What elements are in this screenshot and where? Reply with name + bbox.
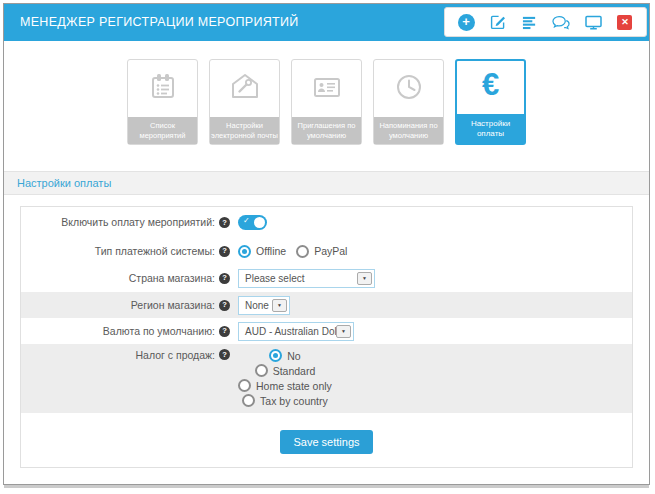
tab-email-settings[interactable]: Настройки электронной почты bbox=[209, 59, 280, 145]
chevron-down-icon: ▼ bbox=[336, 325, 351, 338]
shop-country-select[interactable]: Please select ▼ bbox=[238, 269, 375, 288]
edit-button[interactable] bbox=[489, 13, 507, 31]
radio-label: PayPal bbox=[314, 245, 347, 257]
close-icon: ✕ bbox=[617, 15, 632, 30]
tab-payment-settings[interactable]: € Настройки оплаты bbox=[455, 59, 526, 145]
default-currency-row: Валюта по умолчанию: ? AUD - Australian … bbox=[21, 318, 632, 344]
radio-tax-standard[interactable]: Standard bbox=[255, 364, 316, 377]
enable-payment-toggle[interactable]: ✓ bbox=[238, 215, 267, 230]
select-value: AUD - Australian Dollar bbox=[245, 326, 348, 337]
tab-default-invitations[interactable]: Приглашения по умолчанию bbox=[291, 59, 362, 145]
clock-icon bbox=[393, 71, 425, 103]
sales-tax-label: Налог с продаж: bbox=[21, 349, 215, 362]
envelope-settings-icon bbox=[229, 71, 261, 103]
titlebar: МЕНЕДЖЕР РЕГИСТРАЦИИ МЕРОПРИЯТИЙ + bbox=[4, 4, 649, 41]
toggle-knob bbox=[254, 217, 265, 228]
section-header: Настройки оплаты bbox=[4, 171, 649, 195]
radio-tax-no[interactable]: No bbox=[269, 349, 300, 362]
chevron-down-icon: ▼ bbox=[272, 299, 287, 312]
radio-selected-icon bbox=[269, 349, 282, 362]
header-toolbar: + bbox=[444, 7, 647, 37]
payment-settings-form: Включить оплату мероприятий: ? ✓ Тип пла… bbox=[20, 206, 633, 468]
payment-type-row: Тип платежной системы: ? Offline PayPal bbox=[21, 238, 632, 264]
radio-label: Tax by country bbox=[260, 395, 328, 407]
sales-tax-row: Налог с продаж: ? No Standard Home state… bbox=[21, 344, 632, 413]
app-window: МЕНЕДЖЕР РЕГИСТРАЦИИ МЕРОПРИЯТИЙ + bbox=[3, 3, 650, 485]
tab-label: Настройки оплаты bbox=[457, 114, 524, 143]
select-value: None bbox=[245, 300, 269, 311]
monitor-icon bbox=[585, 15, 602, 30]
tab-label: Список мероприятий bbox=[128, 117, 197, 144]
shop-country-row: Страна магазина: ? Please select ▼ bbox=[21, 264, 632, 292]
radio-paypal[interactable]: PayPal bbox=[296, 245, 347, 258]
save-settings-button[interactable]: Save settings bbox=[280, 430, 372, 454]
id-card-icon bbox=[311, 71, 343, 103]
close-button[interactable]: ✕ bbox=[616, 13, 634, 31]
radio-unselected-icon bbox=[242, 394, 255, 407]
enable-payment-label: Включить оплату мероприятий: bbox=[21, 216, 215, 229]
tab-default-reminders[interactable]: Напоминания по умолчанию bbox=[373, 59, 444, 145]
save-row: Save settings bbox=[21, 413, 632, 467]
radio-unselected-icon bbox=[238, 379, 251, 392]
radio-label: Home state only bbox=[256, 380, 332, 392]
tab-label: Напоминания по умолчанию bbox=[374, 117, 443, 144]
page-title: МЕНЕДЖЕР РЕГИСТРАЦИИ МЕРОПРИЯТИЙ bbox=[20, 4, 299, 41]
help-icon[interactable]: ? bbox=[219, 246, 230, 257]
list-button[interactable] bbox=[521, 13, 539, 31]
display-button[interactable] bbox=[584, 13, 602, 31]
radio-unselected-icon bbox=[255, 364, 268, 377]
select-value: Please select bbox=[245, 273, 304, 284]
radio-label: Standard bbox=[273, 365, 316, 377]
tab-label: Настройки электронной почты bbox=[210, 117, 279, 144]
help-icon[interactable]: ? bbox=[219, 300, 230, 311]
tab-label: Приглашения по умолчанию bbox=[292, 117, 361, 144]
help-icon[interactable]: ? bbox=[219, 273, 230, 284]
enable-payment-row: Включить оплату мероприятий: ? ✓ bbox=[21, 207, 632, 238]
shop-region-select[interactable]: None ▼ bbox=[238, 296, 290, 315]
euro-icon: € bbox=[457, 67, 524, 103]
payment-type-label: Тип платежной системы: bbox=[21, 245, 215, 258]
radio-label: Offline bbox=[256, 245, 286, 257]
add-button[interactable]: + bbox=[457, 13, 475, 31]
chevron-down-icon: ▼ bbox=[357, 272, 372, 285]
default-currency-label: Валюта по умолчанию: bbox=[21, 325, 215, 338]
chat-bubbles-icon bbox=[552, 15, 570, 30]
help-icon[interactable]: ? bbox=[219, 349, 230, 360]
default-currency-select[interactable]: AUD - Australian Dollar ▼ bbox=[238, 322, 354, 341]
list-lines-icon bbox=[522, 15, 537, 30]
radio-unselected-icon bbox=[296, 245, 309, 258]
radio-tax-home-state[interactable]: Home state only bbox=[238, 379, 332, 392]
plus-circle-icon: + bbox=[458, 14, 475, 31]
check-icon: ✓ bbox=[243, 217, 250, 225]
help-icon[interactable]: ? bbox=[219, 217, 230, 228]
tab-bar: Список мероприятий Настройки электронной… bbox=[4, 59, 649, 145]
section-title: Настройки оплаты bbox=[17, 177, 111, 189]
shop-region-label: Регион магазина: bbox=[21, 299, 215, 312]
radio-selected-icon bbox=[238, 245, 251, 258]
calendar-list-icon bbox=[147, 71, 179, 103]
help-icon[interactable]: ? bbox=[219, 326, 230, 337]
comments-button[interactable] bbox=[552, 13, 570, 31]
shop-country-label: Страна магазина: bbox=[21, 272, 215, 285]
tab-event-list[interactable]: Список мероприятий bbox=[127, 59, 198, 145]
radio-offline[interactable]: Offline bbox=[238, 245, 286, 258]
radio-tax-by-country[interactable]: Tax by country bbox=[242, 394, 328, 407]
pencil-square-icon bbox=[490, 14, 506, 30]
radio-label: No bbox=[287, 350, 300, 362]
shop-region-row: Регион магазина: ? None ▼ bbox=[21, 292, 632, 318]
